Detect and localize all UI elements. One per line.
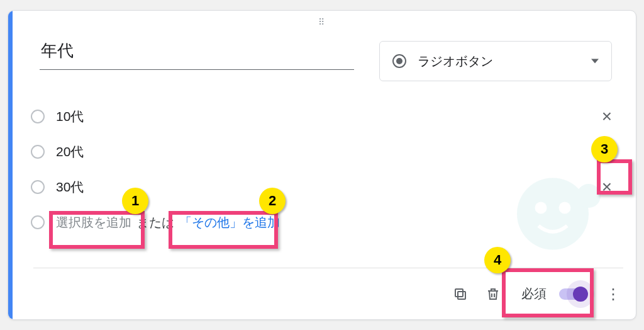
radio-placeholder-icon xyxy=(31,145,45,159)
chevron-down-icon xyxy=(591,59,599,64)
question-card: ⠿ ラジオボタン 10代 × 20代 × 30代 × 選択肢を追加 xyxy=(8,10,636,320)
required-block: 必須 xyxy=(521,285,587,302)
option-row: 30代 × xyxy=(31,169,617,205)
remove-option-icon[interactable]: × xyxy=(597,140,617,163)
trash-icon[interactable] xyxy=(485,286,501,302)
remove-option-icon[interactable]: × xyxy=(597,105,617,128)
option-label[interactable]: 20代 xyxy=(56,143,597,161)
option-row: 10代 × xyxy=(31,99,617,134)
add-option-row: 選択肢を追加 または 「その他」を追加 xyxy=(31,205,617,240)
question-title-wrap xyxy=(40,37,354,70)
question-title-input[interactable] xyxy=(40,37,354,70)
svg-rect-0 xyxy=(458,292,465,299)
or-text: または xyxy=(136,214,174,231)
question-type-select[interactable]: ラジオボタン xyxy=(379,41,612,81)
accent-bar xyxy=(8,11,13,319)
radio-placeholder-icon xyxy=(31,110,45,123)
drag-handle-icon[interactable]: ⠿ xyxy=(318,17,326,27)
add-option-placeholder[interactable]: 選択肢を追加 xyxy=(56,214,131,231)
options-list: 10代 × 20代 × 30代 × 選択肢を追加 または 「その他」を追加 xyxy=(31,99,617,240)
option-label[interactable]: 30代 xyxy=(56,178,597,196)
required-label: 必須 xyxy=(521,285,547,302)
radio-placeholder-icon xyxy=(31,215,45,229)
svg-rect-1 xyxy=(455,289,463,297)
option-row: 20代 × xyxy=(31,134,617,169)
required-toggle[interactable] xyxy=(559,288,587,300)
question-footer: 必須 ⋮ xyxy=(33,268,623,319)
remove-option-icon[interactable]: × xyxy=(597,176,617,198)
radio-icon xyxy=(392,54,406,68)
question-header: ラジオボタン xyxy=(40,37,617,81)
duplicate-icon[interactable] xyxy=(452,286,469,302)
radio-placeholder-icon xyxy=(31,180,45,194)
add-other-button[interactable]: 「その他」を追加 xyxy=(179,214,280,231)
option-label[interactable]: 10代 xyxy=(56,108,597,125)
more-options-icon[interactable]: ⋮ xyxy=(603,284,623,304)
question-type-label: ラジオボタン xyxy=(418,53,493,70)
